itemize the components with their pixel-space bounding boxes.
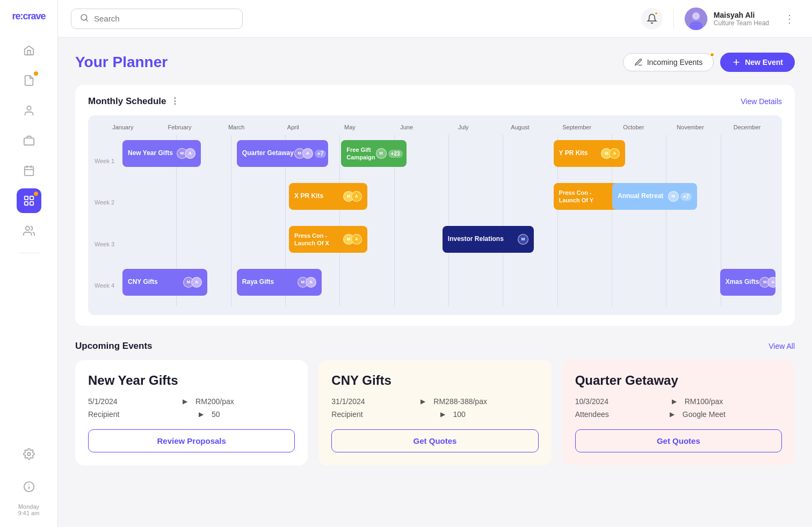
topbar: Maisyah Ali Culture Team Head ⋮: [58, 0, 812, 38]
user-details: Maisyah Ali Culture Team Head: [714, 11, 769, 27]
sidebar-item-briefcase[interactable]: [17, 128, 41, 153]
months-header: January February March April May June Ju…: [95, 124, 775, 130]
svg-rect-2: [24, 167, 33, 176]
month-jun: June: [378, 124, 435, 130]
sidebar-item-planner[interactable]: [17, 188, 41, 213]
month-apr: April: [265, 124, 322, 130]
cal-event-new-year-gifts[interactable]: New Year Gifts M A: [122, 140, 201, 167]
incoming-dot: [709, 52, 715, 57]
topbar-right: Maisyah Ali Culture Team Head ⋮: [641, 8, 799, 30]
get-quotes-button-cny[interactable]: Get Quotes: [331, 429, 538, 452]
upcoming-title: Upcoming Events: [75, 341, 153, 352]
card-details-quarter: 10/3/2024 ▶ RM100/pax Attendees ▶ Google…: [575, 397, 782, 419]
card-recipient-label-cny: Recipient: [331, 410, 436, 419]
week-3-label: Week 3: [95, 241, 120, 247]
header-actions: Incoming Events New Event: [623, 53, 795, 72]
event-card-cny: CNY Gifts 31/1/2024 ▶ RM288-388/pax Reci…: [318, 360, 551, 465]
calendar-menu-icon[interactable]: ⋮: [170, 96, 179, 107]
cal-event-raya-gifts[interactable]: Raya Gifts M A: [237, 269, 322, 296]
sidebar-item-home[interactable]: [17, 38, 41, 63]
cal-event-quarter-getaway[interactable]: Quarter Getaway M A +7: [237, 140, 328, 167]
sidebar-item-team[interactable]: [17, 218, 41, 243]
card-attendees-row: Attendees ▶ Google Meet: [575, 410, 782, 419]
month-nov: November: [662, 124, 719, 130]
sidebar-item-info[interactable]: [17, 474, 41, 499]
view-all-link[interactable]: View All: [769, 342, 795, 350]
card-title-quarter: Quarter Getaway: [575, 373, 782, 389]
incoming-events-label: Incoming Events: [647, 58, 703, 67]
svg-line-16: [86, 19, 88, 21]
search-input[interactable]: [94, 14, 234, 23]
event-card-new-year: New Year Gifts 5/1/2024 ▶ RM200/pax Reci…: [75, 360, 308, 465]
user-info: Maisyah Ali Culture Team Head: [685, 8, 769, 30]
svg-point-11: [27, 452, 31, 456]
svg-point-19: [690, 21, 702, 30]
arrow-icon-2: ▶: [199, 411, 207, 418]
svg-rect-8: [24, 202, 27, 205]
sidebar-item-calendar[interactable]: [17, 158, 41, 183]
card-price-quarter: RM100/pax: [685, 397, 782, 406]
card-attendees-value: Google Meet: [683, 410, 782, 419]
notification-button[interactable]: [641, 8, 663, 30]
month-mar: March: [208, 124, 265, 130]
get-quotes-button-quarter[interactable]: Get Quotes: [575, 429, 782, 452]
card-recipient-row: Recipient ▶ 50: [88, 410, 295, 419]
month-aug: August: [492, 124, 549, 130]
more-options-button[interactable]: ⋮: [780, 10, 799, 27]
cal-event-press-con-x[interactable]: Press Con - Launch Of X M A: [289, 226, 367, 253]
clock-label: 9:41 am: [18, 510, 40, 516]
user-name: Maisyah Ali: [714, 11, 769, 19]
avatar: [685, 8, 707, 30]
calendar-header: Monthly Schedule ⋮ View Details: [88, 96, 782, 107]
cal-event-free-gift[interactable]: Free Gift Campaign M +23: [341, 140, 407, 167]
upcoming-section: Upcoming Events View All New Year Gifts …: [75, 341, 795, 465]
arrow-icon-cny-2: ▶: [440, 411, 449, 418]
cal-event-xmas-gifts[interactable]: Xmas Gifts M A: [720, 269, 775, 296]
new-event-button[interactable]: New Event: [720, 53, 795, 72]
cal-event-y-pr-kits[interactable]: Y PR Kits M A: [554, 140, 626, 167]
card-price: RM200/pax: [195, 397, 295, 406]
card-details-cny: 31/1/2024 ▶ RM288-388/pax Recipient ▶ 10…: [331, 397, 538, 419]
card-recipient-row-cny: Recipient ▶ 100: [331, 410, 538, 419]
week-2-label: Week 2: [95, 199, 120, 206]
cal-event-x-pr-kits[interactable]: X PR Kits M A: [289, 183, 367, 210]
new-event-label: New Event: [745, 58, 783, 67]
user-role: Culture Team Head: [714, 19, 769, 27]
sidebar: re:crave: [0, 0, 58, 527]
svg-rect-6: [24, 196, 27, 200]
card-attendees-label: Attendees: [575, 410, 665, 419]
card-date-cny: 31/1/2024: [331, 397, 416, 406]
cal-event-annual-retreat[interactable]: Annual Retreat M +7: [612, 183, 697, 210]
nav-badge-documents: [34, 71, 38, 76]
search-box[interactable]: [71, 9, 243, 29]
sidebar-item-people[interactable]: [17, 98, 41, 123]
month-feb: February: [151, 124, 208, 130]
event-card-quarter: Quarter Getaway 10/3/2024 ▶ RM100/pax At…: [562, 360, 795, 465]
nav-divider: [18, 253, 40, 253]
incoming-events-button[interactable]: Incoming Events: [623, 53, 714, 71]
card-recipient-value-cny: 100: [453, 410, 539, 419]
cal-event-investor-relations[interactable]: Investor Relations M: [443, 226, 534, 253]
arrow-icon-cny: ▶: [421, 398, 429, 405]
event-cards: New Year Gifts 5/1/2024 ▶ RM200/pax Reci…: [75, 360, 795, 465]
svg-point-0: [27, 106, 31, 110]
review-proposals-button[interactable]: Review Proposals: [88, 429, 295, 452]
card-title-cny: CNY Gifts: [331, 373, 538, 389]
day-label: Monday: [18, 503, 40, 510]
calendar-grid: January February March April May June Ju…: [88, 115, 782, 315]
notification-badge: [654, 11, 658, 16]
main-content: Maisyah Ali Culture Team Head ⋮ Your Pla…: [58, 0, 812, 527]
card-title-new-year: New Year Gifts: [88, 373, 295, 389]
card-price-cny: RM288-388/pax: [433, 397, 538, 406]
card-details-new-year: 5/1/2024 ▶ RM200/pax Recipient ▶ 50: [88, 397, 295, 419]
arrow-icon: ▶: [183, 398, 191, 405]
cal-event-cny-gifts[interactable]: CNY Gifts M A: [122, 269, 207, 296]
view-details-link[interactable]: View Details: [741, 97, 782, 106]
calendar-title-text: Monthly Schedule: [88, 96, 166, 107]
sidebar-item-settings[interactable]: [17, 444, 41, 469]
sidebar-item-documents[interactable]: [17, 68, 41, 93]
page-header: Your Planner Incoming Events New Event: [75, 53, 795, 72]
svg-rect-1: [24, 138, 33, 145]
month-jan: January: [95, 124, 151, 130]
svg-rect-9: [30, 202, 33, 205]
